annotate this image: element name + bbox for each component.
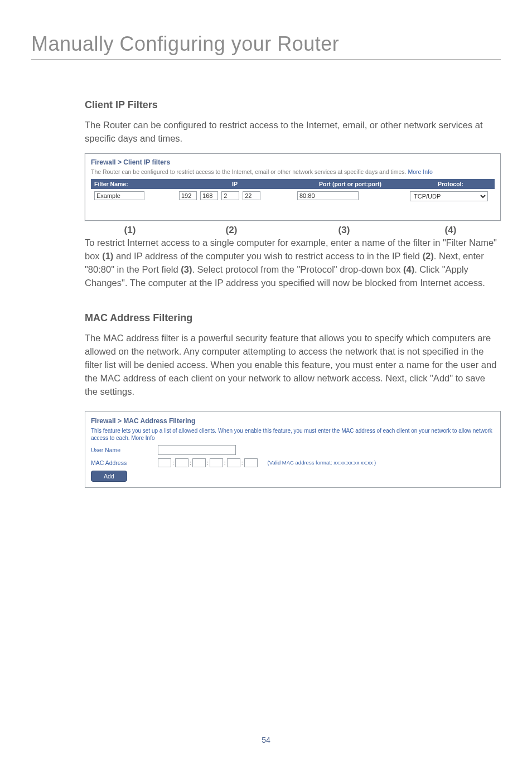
mac-filtering-body: The MAC address filter is a powerful sec… bbox=[31, 332, 501, 399]
marker-1: (1) bbox=[85, 224, 175, 236]
mac-format-hint: (Valid MAC address format: xx:xx:xx:xx:x… bbox=[268, 459, 376, 466]
ip-octet-1-input[interactable] bbox=[179, 191, 197, 200]
mac-octet-4-input[interactable] bbox=[210, 458, 223, 467]
mac-figure-description: This feature lets you set up a list of a… bbox=[91, 427, 495, 442]
mac-address-label: MAC Address bbox=[91, 459, 152, 466]
col-filter-name: Filter Name: bbox=[91, 179, 176, 189]
desc-marker-2: (2) bbox=[423, 251, 434, 261]
client-ip-filters-intro: The Router can be configured to restrict… bbox=[31, 119, 501, 146]
mac-octet-2-input[interactable] bbox=[175, 458, 188, 467]
figure-breadcrumb: Firewall > Client IP filters bbox=[91, 158, 495, 166]
mac-filtering-figure: Firewall > MAC Address Filtering This fe… bbox=[85, 411, 501, 488]
mac-colon: : bbox=[240, 459, 244, 466]
mac-octet-1-input[interactable] bbox=[158, 458, 171, 467]
col-ip: IP bbox=[176, 179, 294, 189]
figure-desc-text: The Router can be configured to restrict… bbox=[91, 168, 408, 175]
mac-colon: : bbox=[223, 459, 227, 466]
figure-description: The Router can be configured to restrict… bbox=[91, 168, 495, 176]
mac-breadcrumb: Firewall > MAC Address Filtering bbox=[91, 417, 495, 425]
user-name-label: User Name bbox=[91, 447, 152, 453]
filter-name-input[interactable] bbox=[94, 191, 144, 200]
user-name-input[interactable] bbox=[158, 445, 236, 455]
mac-colon: : bbox=[206, 459, 210, 466]
marker-2: (2) bbox=[175, 224, 288, 236]
ip-octet-3-input[interactable] bbox=[221, 191, 239, 200]
section-mac-filtering-heading: MAC Address Filtering bbox=[31, 312, 501, 324]
col-protocol: Protocol: bbox=[407, 179, 495, 189]
ip-filter-table: Filter Name: IP Port (port or port:port)… bbox=[91, 179, 495, 210]
client-ip-filters-figure: Firewall > Client IP filters The Router … bbox=[85, 153, 501, 221]
mac-octet-3-input[interactable] bbox=[192, 458, 206, 467]
desc-part-b: and IP address of the computer you wish … bbox=[113, 251, 422, 261]
add-button[interactable]: Add bbox=[91, 471, 127, 482]
desc-marker-3: (3) bbox=[181, 264, 192, 274]
mac-more-info-link[interactable]: More Info bbox=[131, 435, 154, 441]
mac-address-group: : : : : : bbox=[158, 458, 258, 467]
ip-octet-4-input[interactable] bbox=[243, 191, 260, 200]
more-info-link[interactable]: More Info bbox=[408, 168, 432, 175]
figure-markers: (1) (2) (3) (4) bbox=[31, 224, 501, 236]
section-client-ip-filters-heading: Client IP Filters bbox=[31, 99, 501, 111]
col-port: Port (port or port:port) bbox=[294, 179, 407, 189]
desc-part-d: . Select protocol from the "Protocol" dr… bbox=[192, 264, 403, 274]
title-rule bbox=[31, 59, 501, 60]
mac-colon: : bbox=[171, 459, 175, 466]
protocol-select[interactable]: TCP/UDP bbox=[410, 191, 488, 201]
mac-octet-5-input[interactable] bbox=[227, 458, 240, 467]
desc-marker-1: (1) bbox=[102, 251, 113, 261]
ip-octet-2-input[interactable] bbox=[200, 191, 218, 200]
desc-marker-4: (4) bbox=[403, 264, 414, 274]
mac-octet-6-input[interactable] bbox=[244, 458, 258, 467]
port-input[interactable] bbox=[297, 191, 359, 200]
page-number: 54 bbox=[0, 735, 532, 744]
mac-colon: : bbox=[188, 459, 192, 466]
marker-4: (4) bbox=[400, 224, 501, 236]
page-title: Manually Configuring your Router bbox=[31, 32, 501, 56]
marker-3: (3) bbox=[288, 224, 400, 236]
client-ip-filters-description: To restrict Internet access to a single … bbox=[31, 236, 501, 290]
table-row: TCP/UDP bbox=[91, 189, 495, 210]
